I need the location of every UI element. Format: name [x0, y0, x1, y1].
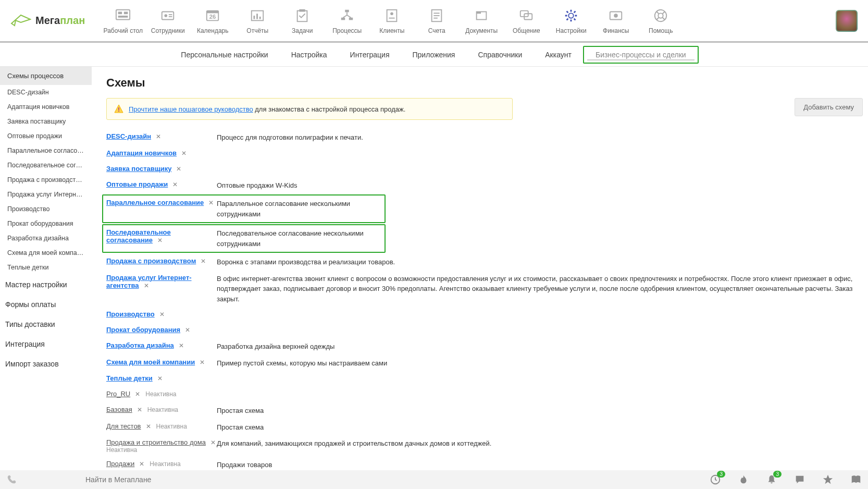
topnav-label: Сотрудники	[151, 27, 185, 34]
subnav-item[interactable]: Аккаунт	[534, 43, 583, 67]
reports-icon	[247, 7, 267, 24]
sidebar-section[interactable]: Импорт заказов	[0, 354, 92, 374]
scheme-link[interactable]: Параллельное согласование	[106, 199, 204, 206]
topnav-dashboard[interactable]: Рабочий стол	[101, 7, 145, 34]
close-icon[interactable]: ✕	[185, 326, 190, 334]
topnav: Рабочий столСотрудники26КалендарьОтчётыЗ…	[101, 7, 683, 34]
close-icon[interactable]: ✕	[157, 375, 163, 382]
close-icon[interactable]: ✕	[137, 406, 142, 413]
clock-icon[interactable]: 3	[710, 474, 721, 485]
close-icon[interactable]: ✕	[159, 311, 165, 318]
scheme-link[interactable]: Продажа и строительство дома	[106, 438, 206, 446]
sidebar-section[interactable]: Мастер настройки	[0, 275, 92, 295]
bell-icon[interactable]: 3	[766, 474, 777, 485]
close-icon[interactable]: ✕	[144, 282, 149, 289]
subnav-item[interactable]: Интеграция	[339, 43, 401, 67]
close-icon[interactable]: ✕	[156, 133, 161, 140]
scheme-link[interactable]: Оптовые продажи	[106, 180, 168, 188]
topnav-label: Рабочий стол	[104, 27, 143, 34]
sidebar-item[interactable]: Оптовые продажи	[0, 129, 92, 143]
sidebar-item[interactable]: Продажа услуг Интернет-аге...	[0, 187, 92, 202]
topnav-employees[interactable]: Сотрудники	[145, 7, 190, 34]
flame-icon[interactable]	[738, 474, 749, 485]
scheme-link[interactable]: Продажи	[106, 460, 134, 468]
alert-link[interactable]: Прочтите наше пошаговое руководство	[129, 105, 253, 113]
close-icon[interactable]: ✕	[176, 165, 181, 173]
topnav-calendar[interactable]: 26Календарь	[190, 7, 235, 34]
add-scheme-button[interactable]: Добавить схему	[795, 98, 863, 116]
scheme-status: Неактивна	[106, 446, 217, 454]
scheme-link[interactable]: Заявка поставщику	[106, 165, 171, 173]
search-input[interactable]	[85, 475, 398, 484]
close-icon[interactable]: ✕	[172, 181, 178, 188]
scheme-link[interactable]: Адаптация новичков	[106, 149, 177, 157]
phone-icon[interactable]	[6, 474, 18, 485]
avatar[interactable]	[836, 10, 858, 32]
scheme-link[interactable]: Продажа услуг Интернет-агентства	[106, 274, 192, 289]
scheme-link[interactable]: Прокат оборудования	[106, 326, 180, 334]
sidebar-item[interactable]: Производство	[0, 202, 92, 216]
sidebar-section[interactable]: Формы оплаты	[0, 295, 92, 314]
logo-icon	[10, 13, 31, 29]
book-icon[interactable]	[850, 474, 862, 485]
close-icon[interactable]: ✕	[157, 237, 163, 244]
message-icon[interactable]	[794, 474, 805, 485]
svg-rect-2	[124, 11, 128, 14]
topnav-chat[interactable]: Общение	[504, 7, 549, 34]
close-icon[interactable]: ✕	[210, 439, 216, 446]
scheme-link[interactable]: Pro_RU	[106, 390, 130, 398]
topnav-reports[interactable]: Отчёты	[235, 7, 280, 34]
sidebar-item[interactable]: Продажа с производством	[0, 173, 92, 187]
scheme-link[interactable]: Продажа с производством	[106, 257, 196, 265]
svg-rect-17	[345, 9, 350, 12]
close-icon[interactable]: ✕	[179, 342, 184, 349]
sidebar-item[interactable]: DESC-дизайн	[0, 85, 92, 100]
star-icon[interactable]	[822, 474, 834, 485]
scheme-link[interactable]: Базовая	[106, 406, 132, 413]
scheme-row: Последовательное согласование✕Последоват…	[102, 224, 386, 253]
svg-point-31	[569, 13, 574, 18]
subnav-item[interactable]: Бизнес-процессы и сделки	[583, 46, 699, 64]
scheme-link[interactable]: Производство	[106, 310, 155, 318]
scheme-link[interactable]: Разработка дизайна	[106, 341, 174, 349]
subnav-item[interactable]: Приложения	[401, 43, 467, 67]
close-icon[interactable]: ✕	[139, 460, 144, 468]
logo[interactable]: Мегаплан	[10, 13, 85, 29]
sidebar-item[interactable]: Схема для моей компании	[0, 246, 92, 260]
scheme-link[interactable]: Для тестов	[106, 422, 141, 430]
sidebar-item[interactable]: Теплые детки	[0, 260, 92, 275]
scheme-link[interactable]: Теплые детки	[106, 374, 153, 382]
scheme-status: Неактивна	[156, 423, 187, 430]
close-icon[interactable]: ✕	[200, 359, 205, 366]
scheme-link[interactable]: Схема для моей компании	[106, 358, 195, 366]
close-icon[interactable]: ✕	[135, 390, 140, 398]
sidebar-item[interactable]: Разработка дизайна	[0, 231, 92, 246]
topnav-tasks[interactable]: Задачи	[280, 7, 325, 34]
page-title: Схемы	[106, 76, 853, 90]
topnav-invoices[interactable]: Счета	[414, 7, 459, 34]
scheme-link[interactable]: DESC-дизайн	[106, 132, 151, 140]
sidebar-item[interactable]: Прокат оборудования	[0, 216, 92, 231]
sidebar-item[interactable]: Последовательное согласов...	[0, 158, 92, 173]
close-icon[interactable]: ✕	[181, 150, 187, 157]
topnav-finance[interactable]: Финансы	[593, 7, 638, 34]
close-icon[interactable]: ✕	[146, 423, 151, 430]
topnav-help[interactable]: Помощь	[638, 7, 683, 34]
sidebar: Схемы процессов DESC-дизайнАдаптация нов…	[0, 67, 92, 469]
sidebar-item[interactable]: Заявка поставщику	[0, 114, 92, 129]
close-icon[interactable]: ✕	[201, 258, 206, 265]
subnav-item[interactable]: Персональные настройки	[169, 43, 279, 67]
sidebar-section[interactable]: Интеграция	[0, 334, 92, 354]
topnav-processes[interactable]: Процессы	[325, 7, 369, 34]
scheme-description: Процесс для подготовки полиграфии к печа…	[217, 132, 853, 143]
subnav-item[interactable]: Настройка	[280, 43, 339, 67]
svg-rect-37	[118, 111, 119, 112]
sidebar-item[interactable]: Адаптация новичков	[0, 100, 92, 114]
close-icon[interactable]: ✕	[208, 199, 214, 206]
subnav-item[interactable]: Справочники	[466, 43, 534, 67]
topnav-documents[interactable]: Документы	[459, 7, 504, 34]
topnav-settings[interactable]: Настройки	[549, 7, 593, 34]
sidebar-item[interactable]: Параллельное согласование	[0, 143, 92, 158]
topnav-clients[interactable]: Клиенты	[369, 7, 414, 34]
sidebar-section[interactable]: Типы доставки	[0, 314, 92, 334]
